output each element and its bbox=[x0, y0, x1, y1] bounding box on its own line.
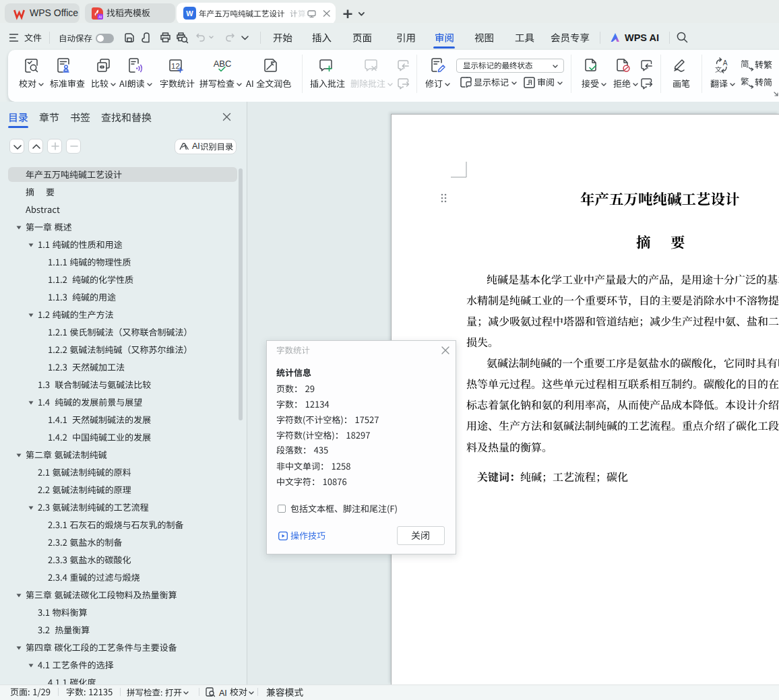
svg-text:A: A bbox=[723, 59, 728, 67]
svg-text:AI: AI bbox=[98, 15, 102, 19]
svg-text:ABC: ABC bbox=[214, 59, 232, 69]
svg-text:12: 12 bbox=[171, 62, 180, 70]
svg-text:W: W bbox=[186, 9, 193, 18]
